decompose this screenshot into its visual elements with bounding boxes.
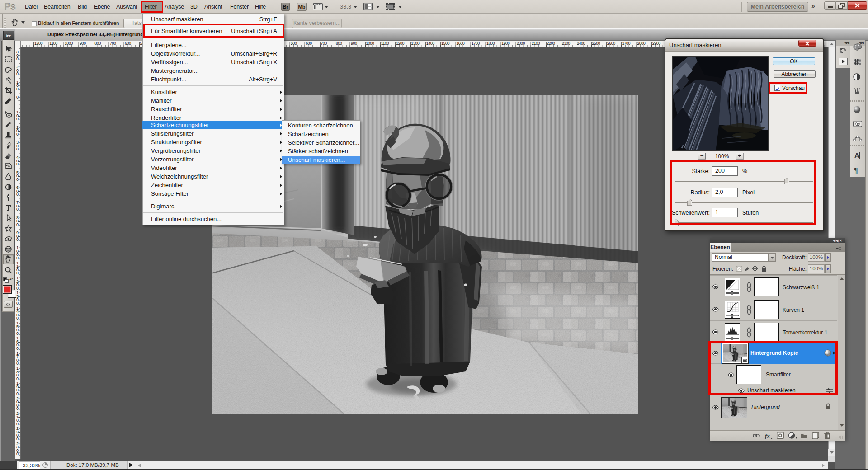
svg-text:fx: fx — [765, 432, 770, 439]
svg-text:A: A — [854, 151, 859, 159]
svg-text:¶: ¶ — [854, 166, 858, 174]
